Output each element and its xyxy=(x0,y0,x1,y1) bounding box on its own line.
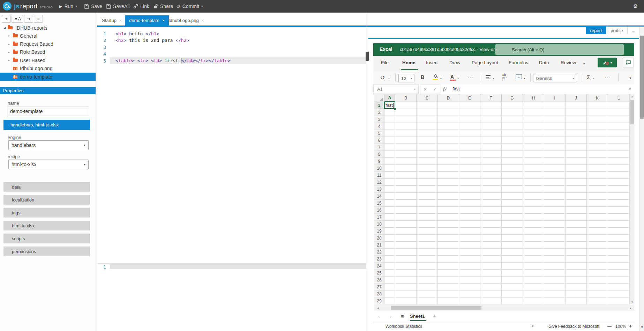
workbook-statistics-button[interactable]: Workbook Statistics xyxy=(385,324,422,329)
cell-I22[interactable] xyxy=(544,249,566,256)
cell-J15[interactable] xyxy=(566,200,587,207)
cell-E2[interactable] xyxy=(459,109,480,116)
grid-vscrollbar[interactable]: ▲ ▼ xyxy=(629,94,635,304)
cell-F7[interactable] xyxy=(480,144,502,151)
caret-closed-icon[interactable]: ▸ xyxy=(8,43,10,46)
cell-J7[interactable] xyxy=(566,144,587,151)
cell-L16[interactable] xyxy=(608,207,629,214)
cell-F6[interactable] xyxy=(480,137,502,144)
cell-H13[interactable] xyxy=(523,186,544,193)
cell-J14[interactable] xyxy=(566,193,587,200)
cell-C13[interactable] xyxy=(417,186,438,193)
cell-J28[interactable] xyxy=(566,290,587,297)
cell-C11[interactable] xyxy=(417,172,438,179)
cell-I12[interactable] xyxy=(544,179,566,186)
section-localization[interactable]: localization xyxy=(3,195,90,205)
cell-B8[interactable] xyxy=(395,151,417,158)
cell-C15[interactable] xyxy=(417,200,438,207)
cell-A14[interactable] xyxy=(384,193,395,200)
cell-D10[interactable] xyxy=(438,165,459,172)
cell-A20[interactable] xyxy=(384,235,395,242)
cell-K29[interactable] xyxy=(587,297,608,304)
cell-D7[interactable] xyxy=(438,144,459,151)
cell-L5[interactable] xyxy=(608,130,629,137)
cell-B23[interactable] xyxy=(395,256,417,263)
cell-L21[interactable] xyxy=(608,242,629,249)
cell-B19[interactable] xyxy=(395,228,417,235)
cell-I29[interactable] xyxy=(544,297,566,304)
cell-I2[interactable] xyxy=(544,109,566,116)
cell-B3[interactable] xyxy=(395,116,417,123)
cell-D18[interactable] xyxy=(438,221,459,228)
cell-H27[interactable] xyxy=(523,284,544,290)
cell-C14[interactable] xyxy=(417,193,438,200)
cell-D17[interactable] xyxy=(438,214,459,221)
cell-A29[interactable] xyxy=(384,297,395,304)
cell-I9[interactable] xyxy=(544,158,566,165)
tree-item-user-based[interactable]: ▸User Based xyxy=(0,56,96,64)
more-formatting-button[interactable]: ··· xyxy=(467,75,473,80)
cell-C9[interactable] xyxy=(417,158,438,165)
cell-E18[interactable] xyxy=(459,221,480,228)
cancel-icon[interactable]: × xyxy=(424,87,426,92)
cell-C22[interactable] xyxy=(417,249,438,256)
cell-B20[interactable] xyxy=(395,235,417,242)
close-icon[interactable]: × xyxy=(119,18,122,23)
cell-A5[interactable] xyxy=(384,130,395,137)
cell-L11[interactable] xyxy=(608,172,629,179)
caret-closed-icon[interactable]: ▸ xyxy=(8,59,10,62)
cell-H29[interactable] xyxy=(523,297,544,304)
cell-I24[interactable] xyxy=(544,263,566,270)
cell-H11[interactable] xyxy=(523,172,544,179)
ribbon-tab-insert[interactable]: Insert xyxy=(426,60,438,65)
fill-color-chevron-icon[interactable]: ▾ xyxy=(440,77,442,80)
explorer-filter-button[interactable]: ▼A xyxy=(12,15,23,23)
row-header-20[interactable]: 20 xyxy=(374,235,384,242)
cell-K11[interactable] xyxy=(587,172,608,179)
cell-H28[interactable] xyxy=(523,290,544,297)
code-editor[interactable]: 1<h1> hello </h1>2<h2> this is 2nd para … xyxy=(97,28,366,259)
editor-tab-startup[interactable]: Startup× xyxy=(99,15,122,25)
cell-F21[interactable] xyxy=(480,242,502,249)
cell-C5[interactable] xyxy=(417,130,438,137)
cell-K15[interactable] xyxy=(587,200,608,207)
cell-G5[interactable] xyxy=(502,130,523,137)
cell-G9[interactable] xyxy=(502,158,523,165)
cell-K1[interactable] xyxy=(587,102,608,109)
status-chevron-icon[interactable]: ▾ xyxy=(532,324,534,328)
cell-G12[interactable] xyxy=(502,179,523,186)
cell-L14[interactable] xyxy=(608,193,629,200)
cell-H26[interactable] xyxy=(523,277,544,284)
cell-L7[interactable] xyxy=(608,144,629,151)
column-header-L[interactable]: L xyxy=(608,94,629,102)
cell-K14[interactable] xyxy=(587,193,608,200)
column-header-H[interactable]: H xyxy=(523,94,544,102)
cell-C26[interactable] xyxy=(417,277,438,284)
cell-F13[interactable] xyxy=(480,186,502,193)
share-button[interactable]: Share xyxy=(153,0,173,13)
cell-J17[interactable] xyxy=(566,214,587,221)
merge-chevron-icon[interactable]: ▾ xyxy=(524,77,525,80)
cell-D2[interactable] xyxy=(438,109,459,116)
preview-tab-more[interactable]: ... xyxy=(628,27,639,34)
cell-A18[interactable] xyxy=(384,221,395,228)
cell-I6[interactable] xyxy=(544,137,566,144)
fx-icon[interactable]: fx xyxy=(443,86,446,92)
grid-vscrollbar-thumb[interactable] xyxy=(630,100,634,124)
row-header-10[interactable]: 10 xyxy=(374,165,384,172)
cell-J3[interactable] xyxy=(566,116,587,123)
cell-L13[interactable] xyxy=(608,186,629,193)
cell-D13[interactable] xyxy=(438,186,459,193)
cell-G15[interactable] xyxy=(502,200,523,207)
cell-E15[interactable] xyxy=(459,200,480,207)
cell-G26[interactable] xyxy=(502,277,523,284)
cell-F9[interactable] xyxy=(480,158,502,165)
cell-C23[interactable] xyxy=(417,256,438,263)
link-button[interactable]: Link xyxy=(133,0,149,13)
cell-D6[interactable] xyxy=(438,137,459,144)
cell-D20[interactable] xyxy=(438,235,459,242)
cell-B15[interactable] xyxy=(395,200,417,207)
row-header-7[interactable]: 7 xyxy=(374,144,384,151)
cell-A23[interactable] xyxy=(384,256,395,263)
formula-input[interactable]: first xyxy=(452,86,460,91)
